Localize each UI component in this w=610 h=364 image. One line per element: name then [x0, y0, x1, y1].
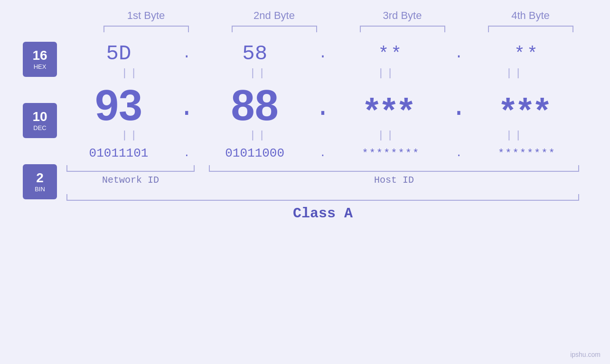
byte-headers-row: 1st Byte 2nd Byte 3rd Byte 4th Byte — [82, 9, 595, 22]
network-id-label: Network ID — [66, 175, 195, 186]
bracket-byte3 — [360, 26, 445, 32]
dec-b2: 88 — [217, 84, 293, 127]
main-area: 16 HEX 10 DEC 2 BIN 5D . 58 — [0, 37, 610, 225]
sep-row-2: || || || || — [66, 130, 579, 141]
hex-cell-1: 5D — [66, 42, 171, 65]
bin-cell-3: ******** — [338, 148, 443, 159]
network-id-bracket — [66, 165, 195, 172]
dec-badge: 10 DEC — [23, 103, 57, 138]
hex-dot-1: . — [182, 46, 191, 62]
main-container: 1st Byte 2nd Byte 3rd Byte 4th Byte 16 H… — [0, 0, 610, 364]
bin-b4: ******** — [489, 148, 565, 159]
badges-column: 16 HEX 10 DEC 2 BIN — [23, 42, 57, 225]
dec-cell-2: 88 — [203, 84, 307, 127]
dec-cell-1: 93 — [66, 84, 171, 127]
bin-dot-1: . — [184, 148, 190, 159]
class-label: Class A — [66, 205, 579, 222]
bin-cell-1: 01011101 — [66, 146, 171, 160]
hex-cell-3: ** — [338, 44, 443, 64]
byte4-header: 4th Byte — [479, 9, 583, 22]
dec-row: 93 . 88 . *** . *** — [66, 84, 579, 127]
hex-cell-4: ** — [475, 44, 579, 64]
hex-row: 5D . 58 . ** . ** — [66, 42, 579, 65]
sep-6: || — [206, 130, 311, 141]
bottom-bracket-area: Network ID Host ID — [66, 165, 579, 186]
byte1-header: 1st Byte — [94, 9, 198, 22]
hex-badge: 16 HEX — [23, 42, 57, 77]
id-labels-row: Network ID Host ID — [66, 175, 579, 186]
watermark: ipshu.com — [570, 351, 601, 358]
hex-dot-3: . — [455, 46, 463, 62]
bracket-byte4 — [488, 26, 573, 32]
hex-cell-2: 58 — [203, 42, 307, 65]
bin-badge-num: 2 — [36, 171, 44, 185]
sep-7: || — [335, 130, 439, 141]
sep-8: || — [463, 130, 567, 141]
dec-b1: 93 — [81, 84, 157, 127]
dec-badge-label: DEC — [33, 124, 46, 131]
bracket-byte1 — [103, 26, 189, 32]
dec-b3: *** — [353, 93, 429, 127]
bin-b3: ******** — [353, 148, 429, 159]
host-id-bracket — [209, 165, 579, 172]
hex-b1: 5D — [83, 42, 154, 65]
dec-cell-4: *** — [475, 93, 579, 127]
hex-b3: ** — [355, 44, 426, 64]
hex-b2: 58 — [219, 42, 291, 65]
dec-b4: *** — [489, 93, 565, 127]
class-bracket — [66, 194, 579, 201]
bin-badge-label: BIN — [35, 186, 45, 193]
dec-badge-num: 10 — [32, 110, 47, 123]
dec-dot-2: . — [315, 93, 330, 127]
bin-row: 01011101 . 01011000 . ******** . *******… — [66, 146, 579, 160]
bin-cell-2: 01011000 — [203, 146, 307, 160]
bin-cell-4: ******** — [475, 148, 579, 159]
sep-1: || — [78, 67, 183, 79]
dec-cell-3: *** — [338, 93, 443, 127]
host-id-label: Host ID — [209, 175, 579, 186]
bracket-gap — [195, 165, 209, 172]
sep-row-1: || || || || — [66, 67, 579, 79]
bracket-byte2 — [232, 26, 317, 32]
top-brackets-row — [82, 26, 595, 32]
bin-badge: 2 BIN — [23, 164, 57, 199]
hex-b4: ** — [491, 44, 563, 64]
byte2-header: 2nd Byte — [222, 9, 327, 22]
dec-dot-3: . — [451, 93, 467, 127]
bin-dot-2: . — [319, 148, 326, 159]
rows-container: 5D . 58 . ** . ** || || || || — [66, 37, 610, 222]
hex-badge-num: 16 — [32, 49, 47, 62]
sep-3: || — [335, 67, 439, 79]
dec-dot-1: . — [179, 93, 195, 127]
hex-dot-2: . — [319, 46, 327, 62]
sep-5: || — [78, 130, 183, 141]
sep-2: || — [206, 67, 311, 79]
sep-4: || — [463, 67, 567, 79]
bin-b2: 01011000 — [217, 146, 293, 160]
bin-dot-3: . — [456, 148, 462, 159]
bin-b1: 01011101 — [81, 146, 157, 160]
hex-badge-label: HEX — [34, 63, 47, 70]
bottom-brackets-row — [66, 165, 579, 172]
byte3-header: 3rd Byte — [350, 9, 455, 22]
